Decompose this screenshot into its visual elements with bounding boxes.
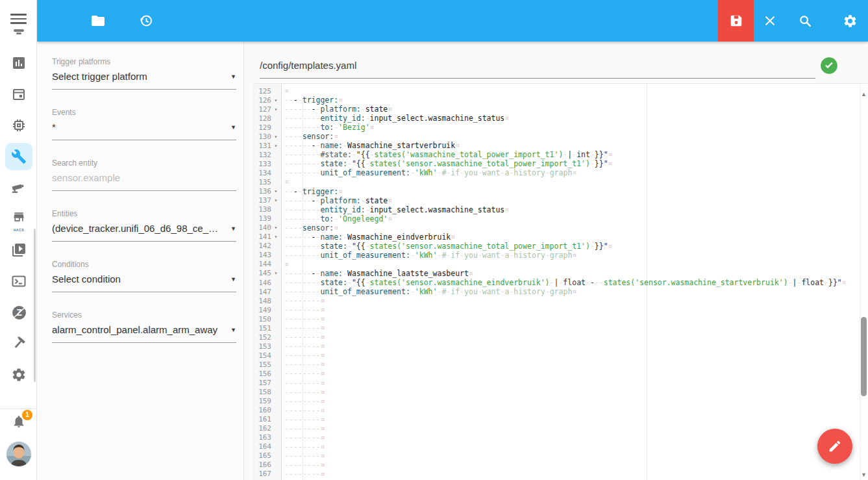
editor-scrollbar[interactable]: ▲ ▼ — [860, 84, 868, 480]
notifications-button[interactable]: 1 — [5, 409, 32, 435]
user-avatar[interactable] — [6, 442, 31, 466]
code-line[interactable]: --------¤ — [284, 388, 860, 397]
save-button[interactable] — [718, 0, 754, 42]
code-line[interactable]: --------¤ — [284, 323, 860, 333]
code-line[interactable]: --------¤ — [284, 470, 860, 479]
fold-arrow-icon[interactable]: ▾ — [271, 197, 280, 203]
sidebar-item-media[interactable] — [5, 236, 32, 264]
code-line[interactable]: --------¤ — [284, 342, 860, 351]
folder-icon — [90, 13, 106, 29]
code-line[interactable]: --------¤ — [284, 406, 860, 415]
sidebar-item-hacs[interactable]: HACS — [5, 205, 32, 233]
code-line[interactable]: --------¤ — [284, 351, 860, 360]
file-path-input[interactable]: /config/templates.yaml — [260, 60, 356, 71]
gutter-line: 145▾ — [254, 269, 281, 278]
code-line[interactable]: --------¤ — [284, 369, 860, 378]
code-line[interactable]: --------¤ — [284, 433, 860, 442]
code-line[interactable]: --------entity_id:-input_select.wasmachi… — [284, 205, 860, 214]
entities-select[interactable]: (device_tracker.unifi_06_d6_98_ce_49...▼ — [52, 223, 236, 242]
sidebar-item-cameras[interactable] — [5, 174, 32, 201]
sidebar-item-devtools[interactable] — [5, 330, 32, 357]
sidebar-item-configuration[interactable] — [5, 361, 32, 388]
sidebar-scrollbar[interactable] — [34, 229, 36, 382]
conditions-select[interactable]: Select condition▼ — [52, 273, 236, 292]
editor-settings-button[interactable] — [833, 0, 867, 42]
file-history-button[interactable] — [129, 0, 163, 42]
code-line[interactable]: ----sensor:¤ — [284, 132, 860, 141]
line-number: 167 — [254, 470, 271, 478]
editor-gutter: 125126▾127▾128129130▾131▾132133134135136… — [254, 84, 282, 480]
scroll-down-arrow-icon[interactable]: ▼ — [861, 472, 867, 478]
code-line[interactable]: --------¤ — [284, 442, 860, 451]
code-line[interactable]: --------¤ — [284, 333, 860, 342]
code-line[interactable]: --------platform:-state¤ — [284, 196, 860, 205]
menu-icon[interactable] — [10, 14, 27, 24]
code-line[interactable]: --------¤ — [284, 379, 860, 388]
code-line[interactable]: ¤ — [284, 177, 860, 186]
fold-arrow-icon[interactable]: ▾ — [271, 97, 280, 103]
code-line[interactable]: --------unit_of_measurement:-'kWh'-#-if-… — [284, 287, 860, 296]
code-line[interactable]: --------#state:-"{{-states('wasmachine_t… — [284, 150, 860, 159]
code-line[interactable]: --------¤ — [284, 397, 860, 406]
sidebar-item-history[interactable] — [5, 49, 32, 77]
code-line[interactable]: --------state:-"{{-states('sensor.wasmac… — [284, 242, 860, 251]
code-line[interactable]: --------state:-"{{-states('sensor.wasmac… — [284, 159, 860, 168]
code-editor[interactable]: 125126▾127▾128129130▾131▾132133134135136… — [253, 83, 868, 480]
sidebar-item-configurator[interactable] — [5, 143, 32, 170]
code-line[interactable]: --------¤ — [284, 314, 860, 323]
code-line[interactable]: --------name:-Wasmachine_laatste_wasbeur… — [284, 269, 860, 278]
code-line[interactable]: --------name:-Wasmachine_startverbruik¤ — [284, 141, 860, 150]
editor-scrollbar-thumb[interactable] — [861, 317, 867, 396]
code-line[interactable]: --------to:-'Ongeleegd'¤ — [284, 214, 860, 223]
search-button[interactable] — [788, 0, 822, 42]
dropdown-arrow-icon: ▼ — [230, 73, 236, 80]
code-line[interactable]: --------¤ — [284, 424, 860, 433]
close-file-button[interactable] — [753, 0, 787, 42]
sidebar-item-zwave[interactable]: Z — [5, 299, 32, 326]
code-line[interactable]: --------platform:-state¤ — [284, 105, 860, 114]
eol-marker: ¤ — [320, 379, 325, 388]
code-line[interactable]: --------¤ — [284, 305, 860, 314]
fold-arrow-icon[interactable]: ▾ — [271, 188, 280, 194]
code-line[interactable]: ----sensor:¤ — [284, 223, 860, 233]
search-entity-input[interactable]: sensor.example — [52, 172, 236, 191]
code-line[interactable]: ----trigger:¤ — [284, 187, 860, 196]
code-line[interactable]: --------¤ — [284, 451, 860, 461]
poll-icon — [11, 55, 27, 71]
open-file-button[interactable] — [81, 0, 115, 42]
gutter-line: 138 — [254, 205, 281, 214]
services-select[interactable]: alarm_control_panel.alarm_arm_away▼ — [52, 324, 236, 343]
line-number: 127 — [254, 105, 271, 114]
code-line[interactable]: --------¤ — [284, 296, 860, 305]
fold-arrow-icon[interactable]: ▾ — [271, 234, 280, 240]
eol-marker: ¤ — [504, 114, 509, 123]
gutter-line: 156 — [254, 369, 281, 378]
code-line[interactable]: --------entity_id:-input_select.wasmachi… — [284, 114, 860, 123]
code-line[interactable]: --------¤ — [284, 461, 860, 470]
fold-arrow-icon[interactable]: ▾ — [271, 134, 280, 140]
sidebar-item-integrations[interactable] — [5, 112, 32, 139]
edit-fab-button[interactable] — [817, 429, 852, 464]
code-line[interactable]: ¤ — [284, 260, 860, 269]
editor-code[interactable]: ¤----trigger:¤--------platform:-state¤--… — [282, 84, 860, 480]
code-line[interactable]: ¤ — [284, 86, 860, 95]
code-line[interactable]: --------name:-Wasmachine_eindverbruik¤ — [284, 233, 860, 242]
fold-arrow-icon[interactable]: ▾ — [271, 143, 280, 149]
code-line[interactable]: --------¤ — [284, 360, 860, 369]
code-line[interactable]: --------unit_of_measurement:-'kWh'-#-if-… — [284, 251, 860, 260]
code-line[interactable]: --------state:-"{{-states('sensor.wasmac… — [284, 278, 860, 287]
fold-arrow-icon[interactable]: ▾ — [271, 107, 280, 112]
events-select[interactable]: *▼ — [52, 121, 236, 140]
fold-arrow-icon[interactable]: ▾ — [271, 225, 280, 231]
trigger-platforms-select[interactable]: Select trigger platform▼ — [52, 71, 236, 90]
code-line[interactable]: --------¤ — [284, 415, 860, 424]
code-line[interactable]: ----trigger:¤ — [284, 95, 860, 105]
sidebar-item-terminal[interactable] — [5, 268, 32, 295]
code-line[interactable]: --------unit_of_measurement:-'kWh'-#-if-… — [284, 168, 860, 177]
sidebar-item-logbook[interactable] — [5, 81, 32, 108]
eol-marker: ¤ — [320, 406, 325, 415]
code-line[interactable]: --------to:-'Bezig'¤ — [284, 123, 860, 132]
fold-arrow-icon[interactable]: ▾ — [271, 270, 280, 276]
line-number: 136 — [254, 187, 271, 196]
scroll-up-arrow-icon[interactable]: ▲ — [861, 92, 867, 97]
